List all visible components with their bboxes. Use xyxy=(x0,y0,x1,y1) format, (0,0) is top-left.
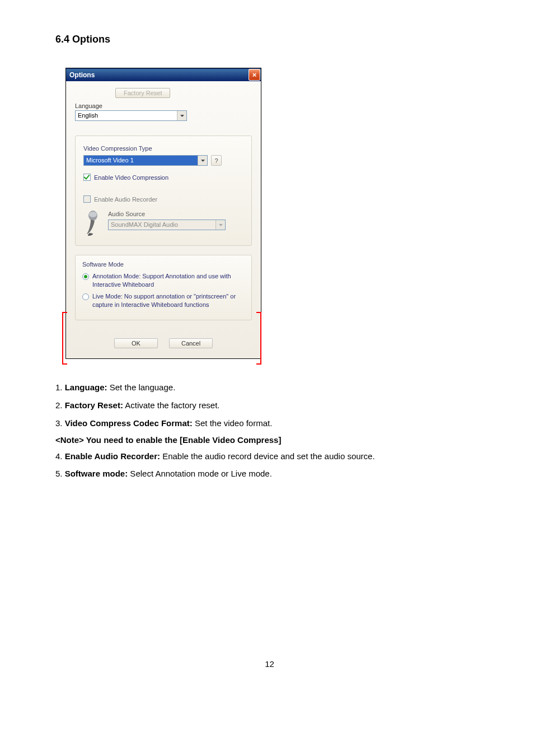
list-desc: Set the language. xyxy=(107,382,176,392)
language-label: Language xyxy=(75,102,252,109)
audio-source-select[interactable]: SoundMAX Digital Audio xyxy=(108,220,226,230)
list-desc: Select Annotation mode or Live mode. xyxy=(128,469,272,478)
list-term: Software mode: xyxy=(65,469,128,478)
options-dialog: Options × Factory Reset Language English xyxy=(65,68,261,359)
list-item: 2. Factory Reset: Activate the factory r… xyxy=(55,399,484,412)
enable-audio-recorder-checkbox[interactable] xyxy=(83,195,91,203)
software-mode-label: Software Mode xyxy=(82,261,245,268)
annotation-mode-radio[interactable] xyxy=(82,273,89,280)
live-mode-radio[interactable] xyxy=(82,293,89,300)
list-term: Language: xyxy=(65,382,107,392)
section-heading: 6.4 Options xyxy=(55,34,484,45)
chevron-down-icon xyxy=(216,220,225,230)
list-desc: Activate the factory reset. xyxy=(123,400,220,410)
video-compression-label: Video Compression Type xyxy=(83,145,243,152)
svg-marker-0 xyxy=(180,115,184,117)
list-term: Enable Audio Recorder: xyxy=(65,451,160,461)
list-number: 3. xyxy=(55,418,65,428)
svg-marker-4 xyxy=(219,224,223,226)
enable-video-compression-label: Enable Video Compression xyxy=(94,174,168,181)
video-codec-select[interactable]: Microsoft Video 1 xyxy=(83,155,208,166)
page-number: 12 xyxy=(55,659,484,669)
list-number: 4. xyxy=(55,451,65,461)
list-term: Video Compress Codec Format: xyxy=(65,418,193,428)
video-codec-help-button[interactable]: ? xyxy=(211,155,222,166)
video-audio-panel: Video Compression Type Microsoft Video 1… xyxy=(75,136,252,246)
list-desc: Enable the audio record device and set t… xyxy=(160,451,375,461)
dialog-title: Options xyxy=(69,71,95,79)
ok-button[interactable]: OK xyxy=(114,338,158,348)
language-select-value: English xyxy=(76,111,177,120)
factory-reset-button[interactable]: Factory Reset xyxy=(115,88,170,98)
chevron-down-icon xyxy=(198,156,207,165)
close-icon[interactable]: × xyxy=(249,69,260,81)
svg-marker-1 xyxy=(201,160,205,162)
language-select[interactable]: English xyxy=(75,110,187,121)
list-item: 3. Video Compress Codec Format: Set the … xyxy=(55,417,484,430)
list-number: 5. xyxy=(55,469,65,478)
audio-source-label: Audio Source xyxy=(108,211,243,217)
list-term: Factory Reset: xyxy=(65,400,123,410)
enable-audio-recorder-label: Enable Audio Recorder xyxy=(94,196,157,203)
list-item: 5. Software mode: Select Annotation mode… xyxy=(55,468,484,480)
software-mode-panel: Software Mode Annotation Mode: Support A… xyxy=(75,255,252,320)
video-codec-value: Microsoft Video 1 xyxy=(84,156,198,165)
note-line: <Note> You need to enable the [Enable Vi… xyxy=(55,435,484,445)
svg-point-3 xyxy=(89,212,97,217)
list-number: 1. xyxy=(55,382,65,392)
list-item: 4. Enable Audio Recorder: Enable the aud… xyxy=(55,450,484,463)
list-desc: Set the video format. xyxy=(193,418,273,428)
red-callout-right xyxy=(256,312,261,365)
annotation-mode-label: Annotation Mode: Support Annotation and … xyxy=(92,272,245,289)
list-number: 2. xyxy=(55,400,65,410)
dialog-body: Factory Reset Language English Video Com… xyxy=(66,81,261,358)
list-item: 1. Language: Set the language. xyxy=(55,381,484,394)
audio-source-value: SoundMAX Digital Audio xyxy=(109,220,216,230)
enable-video-compression-checkbox[interactable] xyxy=(83,174,91,181)
options-dialog-screenshot: Options × Factory Reset Language English xyxy=(65,68,484,359)
dialog-titlebar: Options × xyxy=(66,68,261,81)
live-mode-label: Live Mode: No support annotation or "pri… xyxy=(92,292,245,309)
cancel-button[interactable]: Cancel xyxy=(169,338,213,348)
red-callout-left xyxy=(62,312,67,365)
description-list: 1. Language: Set the language. 2. Factor… xyxy=(55,381,484,480)
microphone-icon xyxy=(83,211,102,236)
chevron-down-icon xyxy=(177,111,186,120)
